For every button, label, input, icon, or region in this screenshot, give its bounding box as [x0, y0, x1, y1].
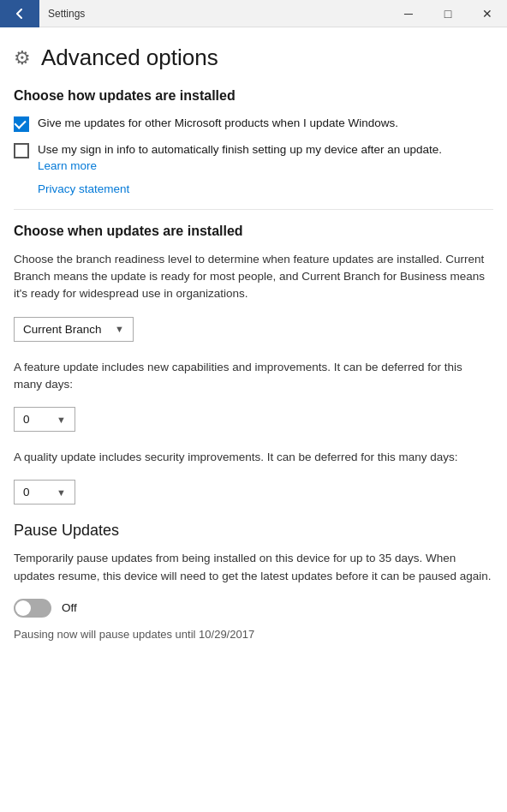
section2-title: Choose when updates are installed: [14, 224, 493, 239]
window-title: Settings: [39, 8, 389, 20]
maximize-button[interactable]: □: [428, 0, 468, 27]
checkbox2[interactable]: [14, 143, 29, 158]
checkbox1-label: Give me updates for other Microsoft prod…: [38, 116, 398, 132]
minimize-button[interactable]: ─: [389, 0, 428, 27]
page-header: ⚙ Advanced options: [0, 27, 507, 85]
page-title: Advanced options: [41, 45, 218, 71]
close-button[interactable]: ✕: [468, 0, 507, 27]
branch-dropdown-value: Current Branch: [23, 323, 102, 336]
pause-info: Pausing now will pause updates until 10/…: [14, 628, 493, 641]
pause-toggle[interactable]: [14, 599, 51, 618]
quality-update-value: 0: [23, 486, 30, 499]
learn-more-link[interactable]: Learn more: [38, 159, 97, 172]
quality-update-description: A quality update includes security impro…: [14, 449, 493, 466]
privacy-statement-link[interactable]: Privacy statement: [38, 182, 493, 195]
back-icon: [15, 9, 25, 19]
checkbox2-content: Use my sign in info to automatically fin…: [38, 142, 442, 172]
checkbox2-row: Use my sign in info to automatically fin…: [14, 142, 493, 172]
section2-description: Choose the branch readiness level to det…: [14, 251, 493, 303]
feature-update-arrow: ▼: [57, 415, 66, 425]
branch-dropdown-arrow: ▼: [115, 324, 124, 334]
toggle-label: Off: [62, 601, 77, 614]
checkbox1[interactable]: [14, 116, 29, 132]
title-bar: Settings ─ □ ✕: [0, 0, 507, 27]
back-button[interactable]: [0, 0, 39, 27]
feature-update-value: 0: [23, 413, 30, 426]
pause-toggle-row: Off: [14, 599, 493, 618]
content-area: Choose how updates are installed Give me…: [0, 88, 507, 661]
feature-update-dropdown[interactable]: 0 ▼: [14, 407, 75, 432]
feature-update-dropdown-wrapper: 0 ▼: [14, 407, 493, 432]
toggle-knob: [15, 600, 31, 616]
feature-update-description: A feature update includes new capabiliti…: [14, 359, 493, 394]
quality-update-arrow: ▼: [57, 487, 66, 498]
window-controls: ─ □ ✕: [389, 0, 507, 27]
checkbox1-row: Give me updates for other Microsoft prod…: [14, 116, 493, 132]
section-divider: [14, 209, 493, 210]
quality-update-dropdown-wrapper: 0 ▼: [14, 480, 493, 505]
branch-dropdown[interactable]: Current Branch ▼: [14, 317, 134, 342]
section1-title: Choose how updates are installed: [14, 88, 493, 104]
checkbox2-label: Use my sign in info to automatically fin…: [38, 143, 442, 156]
branch-dropdown-wrapper: Current Branch ▼: [14, 317, 493, 342]
section3-title: Pause Updates: [14, 522, 493, 540]
quality-update-dropdown[interactable]: 0 ▼: [14, 480, 75, 505]
gear-icon: ⚙: [14, 47, 31, 69]
section3-description: Temporarily pause updates from being ins…: [14, 550, 493, 585]
